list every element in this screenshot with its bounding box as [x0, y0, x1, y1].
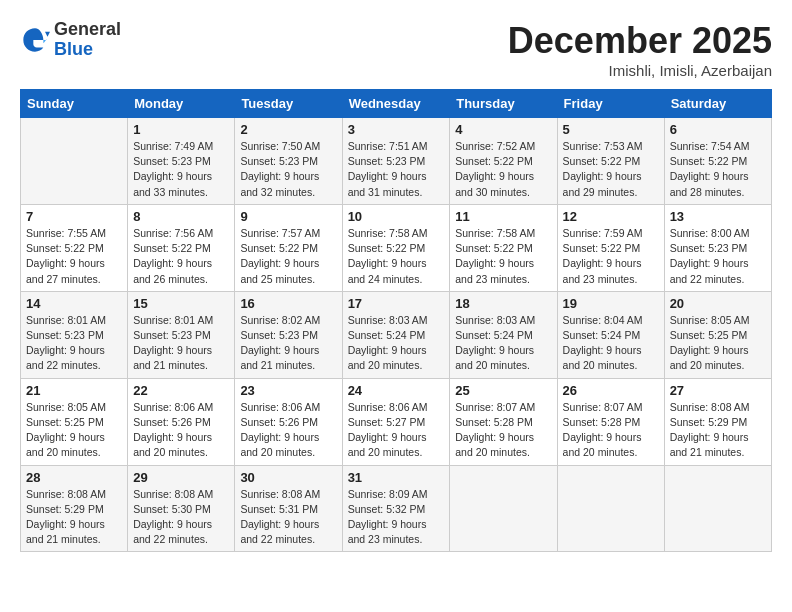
day-number: 20 [670, 296, 766, 311]
calendar-title: December 2025 [508, 20, 772, 62]
calendar-cell: 23Sunrise: 8:06 AM Sunset: 5:26 PM Dayli… [235, 378, 342, 465]
calendar-cell: 1Sunrise: 7:49 AM Sunset: 5:23 PM Daylig… [128, 118, 235, 205]
day-info: Sunrise: 8:01 AM Sunset: 5:23 PM Dayligh… [26, 313, 122, 374]
calendar-cell: 19Sunrise: 8:04 AM Sunset: 5:24 PM Dayli… [557, 291, 664, 378]
day-number: 8 [133, 209, 229, 224]
calendar-cell: 7Sunrise: 7:55 AM Sunset: 5:22 PM Daylig… [21, 204, 128, 291]
calendar-cell: 8Sunrise: 7:56 AM Sunset: 5:22 PM Daylig… [128, 204, 235, 291]
day-number: 13 [670, 209, 766, 224]
day-number: 7 [26, 209, 122, 224]
day-info: Sunrise: 8:06 AM Sunset: 5:26 PM Dayligh… [240, 400, 336, 461]
page-header: General Blue December 2025 Imishli, Imis… [20, 20, 772, 79]
svg-marker-0 [45, 31, 50, 36]
header-friday: Friday [557, 90, 664, 118]
calendar-cell: 14Sunrise: 8:01 AM Sunset: 5:23 PM Dayli… [21, 291, 128, 378]
title-block: December 2025 Imishli, Imisli, Azerbaija… [508, 20, 772, 79]
day-info: Sunrise: 8:08 AM Sunset: 5:29 PM Dayligh… [670, 400, 766, 461]
calendar-cell: 5Sunrise: 7:53 AM Sunset: 5:22 PM Daylig… [557, 118, 664, 205]
day-info: Sunrise: 7:58 AM Sunset: 5:22 PM Dayligh… [455, 226, 551, 287]
logo-text: General Blue [54, 20, 121, 60]
day-info: Sunrise: 7:59 AM Sunset: 5:22 PM Dayligh… [563, 226, 659, 287]
day-number: 12 [563, 209, 659, 224]
header-sunday: Sunday [21, 90, 128, 118]
day-number: 14 [26, 296, 122, 311]
day-info: Sunrise: 8:03 AM Sunset: 5:24 PM Dayligh… [455, 313, 551, 374]
calendar-cell [450, 465, 557, 552]
day-info: Sunrise: 8:07 AM Sunset: 5:28 PM Dayligh… [455, 400, 551, 461]
calendar-week-5: 28Sunrise: 8:08 AM Sunset: 5:29 PM Dayli… [21, 465, 772, 552]
calendar-header: SundayMondayTuesdayWednesdayThursdayFrid… [21, 90, 772, 118]
calendar-cell: 9Sunrise: 7:57 AM Sunset: 5:22 PM Daylig… [235, 204, 342, 291]
calendar-cell: 30Sunrise: 8:08 AM Sunset: 5:31 PM Dayli… [235, 465, 342, 552]
day-number: 15 [133, 296, 229, 311]
calendar-cell: 27Sunrise: 8:08 AM Sunset: 5:29 PM Dayli… [664, 378, 771, 465]
day-info: Sunrise: 7:50 AM Sunset: 5:23 PM Dayligh… [240, 139, 336, 200]
day-info: Sunrise: 8:06 AM Sunset: 5:26 PM Dayligh… [133, 400, 229, 461]
calendar-cell: 20Sunrise: 8:05 AM Sunset: 5:25 PM Dayli… [664, 291, 771, 378]
calendar-week-1: 1Sunrise: 7:49 AM Sunset: 5:23 PM Daylig… [21, 118, 772, 205]
day-number: 21 [26, 383, 122, 398]
calendar-cell [21, 118, 128, 205]
day-number: 23 [240, 383, 336, 398]
day-number: 22 [133, 383, 229, 398]
calendar-cell: 21Sunrise: 8:05 AM Sunset: 5:25 PM Dayli… [21, 378, 128, 465]
calendar-cell: 28Sunrise: 8:08 AM Sunset: 5:29 PM Dayli… [21, 465, 128, 552]
calendar-table: SundayMondayTuesdayWednesdayThursdayFrid… [20, 89, 772, 552]
calendar-subtitle: Imishli, Imisli, Azerbaijan [508, 62, 772, 79]
calendar-body: 1Sunrise: 7:49 AM Sunset: 5:23 PM Daylig… [21, 118, 772, 552]
day-number: 29 [133, 470, 229, 485]
day-info: Sunrise: 8:08 AM Sunset: 5:31 PM Dayligh… [240, 487, 336, 548]
calendar-cell: 18Sunrise: 8:03 AM Sunset: 5:24 PM Dayli… [450, 291, 557, 378]
calendar-week-4: 21Sunrise: 8:05 AM Sunset: 5:25 PM Dayli… [21, 378, 772, 465]
logo-blue: Blue [54, 40, 121, 60]
day-number: 26 [563, 383, 659, 398]
day-number: 1 [133, 122, 229, 137]
day-info: Sunrise: 8:08 AM Sunset: 5:30 PM Dayligh… [133, 487, 229, 548]
day-info: Sunrise: 8:02 AM Sunset: 5:23 PM Dayligh… [240, 313, 336, 374]
logo-general: General [54, 20, 121, 40]
day-info: Sunrise: 8:09 AM Sunset: 5:32 PM Dayligh… [348, 487, 445, 548]
calendar-cell: 17Sunrise: 8:03 AM Sunset: 5:24 PM Dayli… [342, 291, 450, 378]
day-info: Sunrise: 7:51 AM Sunset: 5:23 PM Dayligh… [348, 139, 445, 200]
day-number: 5 [563, 122, 659, 137]
header-saturday: Saturday [664, 90, 771, 118]
day-info: Sunrise: 7:56 AM Sunset: 5:22 PM Dayligh… [133, 226, 229, 287]
day-number: 30 [240, 470, 336, 485]
calendar-cell: 26Sunrise: 8:07 AM Sunset: 5:28 PM Dayli… [557, 378, 664, 465]
day-number: 11 [455, 209, 551, 224]
day-info: Sunrise: 8:08 AM Sunset: 5:29 PM Dayligh… [26, 487, 122, 548]
day-number: 16 [240, 296, 336, 311]
calendar-cell: 31Sunrise: 8:09 AM Sunset: 5:32 PM Dayli… [342, 465, 450, 552]
day-info: Sunrise: 7:58 AM Sunset: 5:22 PM Dayligh… [348, 226, 445, 287]
day-info: Sunrise: 8:07 AM Sunset: 5:28 PM Dayligh… [563, 400, 659, 461]
calendar-cell [664, 465, 771, 552]
calendar-week-2: 7Sunrise: 7:55 AM Sunset: 5:22 PM Daylig… [21, 204, 772, 291]
day-info: Sunrise: 7:49 AM Sunset: 5:23 PM Dayligh… [133, 139, 229, 200]
day-info: Sunrise: 8:00 AM Sunset: 5:23 PM Dayligh… [670, 226, 766, 287]
day-info: Sunrise: 8:01 AM Sunset: 5:23 PM Dayligh… [133, 313, 229, 374]
day-info: Sunrise: 7:53 AM Sunset: 5:22 PM Dayligh… [563, 139, 659, 200]
day-info: Sunrise: 8:05 AM Sunset: 5:25 PM Dayligh… [670, 313, 766, 374]
day-number: 18 [455, 296, 551, 311]
day-number: 19 [563, 296, 659, 311]
header-wednesday: Wednesday [342, 90, 450, 118]
calendar-cell: 16Sunrise: 8:02 AM Sunset: 5:23 PM Dayli… [235, 291, 342, 378]
calendar-cell: 4Sunrise: 7:52 AM Sunset: 5:22 PM Daylig… [450, 118, 557, 205]
logo: General Blue [20, 20, 121, 60]
day-number: 24 [348, 383, 445, 398]
calendar-week-3: 14Sunrise: 8:01 AM Sunset: 5:23 PM Dayli… [21, 291, 772, 378]
day-info: Sunrise: 7:52 AM Sunset: 5:22 PM Dayligh… [455, 139, 551, 200]
day-number: 4 [455, 122, 551, 137]
day-info: Sunrise: 8:04 AM Sunset: 5:24 PM Dayligh… [563, 313, 659, 374]
day-info: Sunrise: 7:55 AM Sunset: 5:22 PM Dayligh… [26, 226, 122, 287]
day-number: 9 [240, 209, 336, 224]
day-info: Sunrise: 8:05 AM Sunset: 5:25 PM Dayligh… [26, 400, 122, 461]
calendar-cell: 10Sunrise: 7:58 AM Sunset: 5:22 PM Dayli… [342, 204, 450, 291]
day-info: Sunrise: 7:57 AM Sunset: 5:22 PM Dayligh… [240, 226, 336, 287]
day-number: 17 [348, 296, 445, 311]
logo-icon [20, 25, 50, 55]
calendar-cell: 24Sunrise: 8:06 AM Sunset: 5:27 PM Dayli… [342, 378, 450, 465]
calendar-cell: 6Sunrise: 7:54 AM Sunset: 5:22 PM Daylig… [664, 118, 771, 205]
day-info: Sunrise: 8:03 AM Sunset: 5:24 PM Dayligh… [348, 313, 445, 374]
day-number: 6 [670, 122, 766, 137]
